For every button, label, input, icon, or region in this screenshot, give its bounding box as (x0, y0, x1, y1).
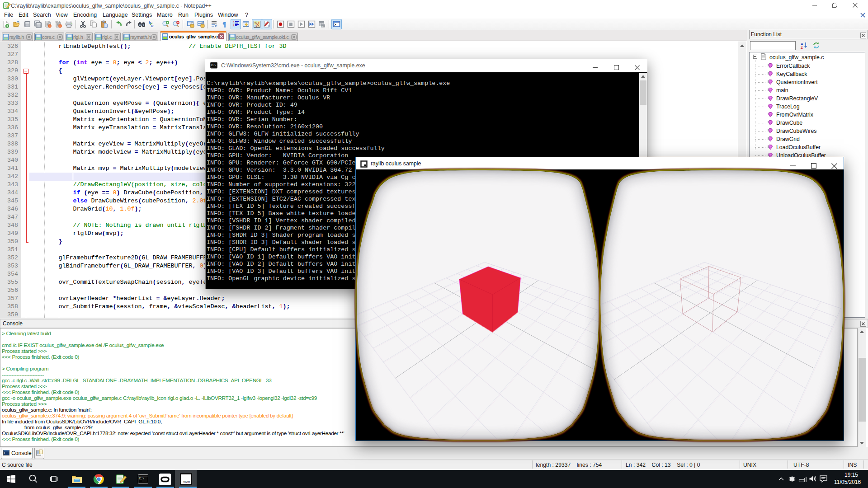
svg-text:C:\: C:\ (139, 477, 145, 480)
svg-text:raylib: raylib (184, 480, 190, 483)
svg-text:¶: ¶ (222, 21, 226, 28)
svg-text:uc: uc (321, 25, 324, 28)
svg-text:C:\: C:\ (211, 64, 216, 67)
svg-text:Z: Z (801, 46, 803, 50)
